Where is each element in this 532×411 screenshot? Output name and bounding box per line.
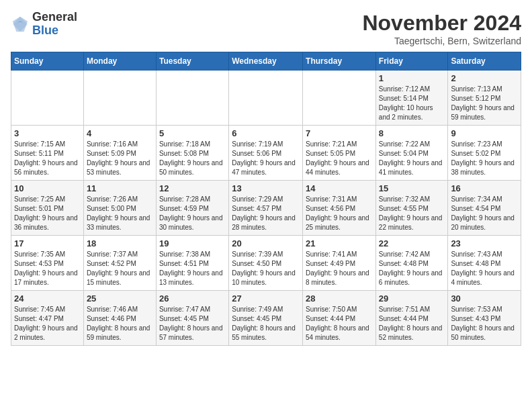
day-info: Sunrise: 7:21 AM Sunset: 5:05 PM Dayligh… — [306, 140, 373, 177]
day-number: 7 — [306, 128, 373, 138]
calendar-cell: 9Sunrise: 7:23 AM Sunset: 5:02 PM Daylig… — [448, 126, 521, 181]
day-header-monday: Monday — [83, 52, 156, 71]
day-info: Sunrise: 7:12 AM Sunset: 5:14 PM Dayligh… — [379, 85, 445, 122]
day-number: 6 — [232, 128, 300, 138]
week-row-4: 17Sunrise: 7:35 AM Sunset: 4:53 PM Dayli… — [11, 236, 521, 291]
calendar-cell: 12Sunrise: 7:28 AM Sunset: 4:59 PM Dayli… — [156, 181, 228, 236]
calendar-cell: 4Sunrise: 7:16 AM Sunset: 5:09 PM Daylig… — [83, 126, 156, 181]
day-info: Sunrise: 7:19 AM Sunset: 5:06 PM Dayligh… — [232, 140, 300, 177]
day-number: 20 — [232, 238, 300, 248]
day-info: Sunrise: 7:43 AM Sunset: 4:48 PM Dayligh… — [451, 250, 518, 287]
logo-icon — [11, 15, 30, 34]
calendar-cell: 1Sunrise: 7:12 AM Sunset: 5:14 PM Daylig… — [375, 71, 448, 126]
header-row: SundayMondayTuesdayWednesdayThursdayFrid… — [11, 52, 521, 71]
calendar-cell: 27Sunrise: 7:49 AM Sunset: 4:45 PM Dayli… — [229, 291, 303, 346]
location: Taegertschi, Bern, Switzerland — [362, 36, 521, 46]
day-number: 9 — [451, 128, 518, 138]
calendar-cell: 18Sunrise: 7:37 AM Sunset: 4:52 PM Dayli… — [83, 236, 156, 291]
calendar-cell: 5Sunrise: 7:18 AM Sunset: 5:08 PM Daylig… — [156, 126, 228, 181]
day-info: Sunrise: 7:31 AM Sunset: 4:56 PM Dayligh… — [306, 195, 373, 232]
calendar-cell: 13Sunrise: 7:29 AM Sunset: 4:57 PM Dayli… — [229, 181, 303, 236]
calendar-cell — [156, 71, 228, 126]
day-info: Sunrise: 7:34 AM Sunset: 4:54 PM Dayligh… — [451, 195, 518, 232]
day-number: 12 — [159, 183, 226, 193]
logo-text: General Blue — [32, 11, 77, 38]
logo-general: General — [32, 10, 77, 24]
day-info: Sunrise: 7:50 AM Sunset: 4:44 PM Dayligh… — [306, 305, 373, 342]
day-info: Sunrise: 7:32 AM Sunset: 4:55 PM Dayligh… — [379, 195, 445, 232]
calendar-cell: 22Sunrise: 7:42 AM Sunset: 4:48 PM Dayli… — [375, 236, 448, 291]
day-info: Sunrise: 7:49 AM Sunset: 4:45 PM Dayligh… — [232, 305, 300, 342]
day-number: 30 — [451, 293, 518, 304]
day-info: Sunrise: 7:29 AM Sunset: 4:57 PM Dayligh… — [232, 195, 300, 232]
calendar-cell: 24Sunrise: 7:45 AM Sunset: 4:47 PM Dayli… — [11, 291, 84, 346]
calendar-cell: 2Sunrise: 7:13 AM Sunset: 5:12 PM Daylig… — [448, 71, 521, 126]
day-info: Sunrise: 7:45 AM Sunset: 4:47 PM Dayligh… — [14, 305, 81, 342]
calendar-cell: 6Sunrise: 7:19 AM Sunset: 5:06 PM Daylig… — [229, 126, 303, 181]
day-info: Sunrise: 7:16 AM Sunset: 5:09 PM Dayligh… — [87, 140, 153, 177]
day-info: Sunrise: 7:13 AM Sunset: 5:12 PM Dayligh… — [451, 85, 518, 122]
day-number: 21 — [306, 238, 373, 248]
day-number: 8 — [379, 128, 445, 138]
day-number: 16 — [451, 183, 518, 193]
calendar-cell: 29Sunrise: 7:51 AM Sunset: 4:44 PM Dayli… — [375, 291, 448, 346]
calendar-cell: 19Sunrise: 7:38 AM Sunset: 4:51 PM Dayli… — [156, 236, 228, 291]
day-info: Sunrise: 7:38 AM Sunset: 4:51 PM Dayligh… — [159, 250, 226, 287]
calendar-cell: 15Sunrise: 7:32 AM Sunset: 4:55 PM Dayli… — [375, 181, 448, 236]
calendar-cell: 20Sunrise: 7:39 AM Sunset: 4:50 PM Dayli… — [229, 236, 303, 291]
day-info: Sunrise: 7:51 AM Sunset: 4:44 PM Dayligh… — [379, 305, 445, 342]
day-header-friday: Friday — [375, 52, 448, 71]
calendar-cell: 7Sunrise: 7:21 AM Sunset: 5:05 PM Daylig… — [303, 126, 376, 181]
calendar-cell — [303, 71, 376, 126]
day-number: 11 — [87, 183, 153, 193]
calendar-cell: 8Sunrise: 7:22 AM Sunset: 5:04 PM Daylig… — [375, 126, 448, 181]
day-header-tuesday: Tuesday — [156, 52, 228, 71]
calendar-cell: 16Sunrise: 7:34 AM Sunset: 4:54 PM Dayli… — [448, 181, 521, 236]
week-row-2: 3Sunrise: 7:15 AM Sunset: 5:11 PM Daylig… — [11, 126, 521, 181]
day-number: 27 — [232, 293, 300, 304]
day-number: 13 — [232, 183, 300, 193]
day-header-thursday: Thursday — [303, 52, 376, 71]
day-number: 24 — [14, 293, 81, 304]
day-info: Sunrise: 7:46 AM Sunset: 4:46 PM Dayligh… — [87, 305, 153, 342]
day-number: 3 — [14, 128, 81, 138]
day-number: 25 — [87, 293, 153, 304]
calendar-cell: 3Sunrise: 7:15 AM Sunset: 5:11 PM Daylig… — [11, 126, 84, 181]
day-info: Sunrise: 7:47 AM Sunset: 4:45 PM Dayligh… — [159, 305, 226, 342]
header: General Blue November 2024 Taegertschi, … — [11, 11, 521, 46]
calendar-cell: 26Sunrise: 7:47 AM Sunset: 4:45 PM Dayli… — [156, 291, 228, 346]
calendar-cell: 10Sunrise: 7:25 AM Sunset: 5:01 PM Dayli… — [11, 181, 84, 236]
day-number: 26 — [159, 293, 226, 304]
day-header-saturday: Saturday — [448, 52, 521, 71]
day-number: 15 — [379, 183, 445, 193]
day-number: 1 — [379, 73, 445, 83]
day-info: Sunrise: 7:42 AM Sunset: 4:48 PM Dayligh… — [379, 250, 445, 287]
day-number: 28 — [306, 293, 373, 304]
day-number: 17 — [14, 238, 81, 248]
week-row-5: 24Sunrise: 7:45 AM Sunset: 4:47 PM Dayli… — [11, 291, 521, 346]
day-info: Sunrise: 7:28 AM Sunset: 4:59 PM Dayligh… — [159, 195, 226, 232]
calendar-cell — [229, 71, 303, 126]
calendar-table: SundayMondayTuesdayWednesdayThursdayFrid… — [11, 52, 521, 346]
day-number: 10 — [14, 183, 81, 193]
day-number: 18 — [87, 238, 153, 248]
day-info: Sunrise: 7:22 AM Sunset: 5:04 PM Dayligh… — [379, 140, 445, 177]
day-info: Sunrise: 7:39 AM Sunset: 4:50 PM Dayligh… — [232, 250, 300, 287]
calendar-cell: 25Sunrise: 7:46 AM Sunset: 4:46 PM Dayli… — [83, 291, 156, 346]
logo: General Blue — [11, 11, 77, 38]
calendar-cell: 30Sunrise: 7:53 AM Sunset: 4:43 PM Dayli… — [448, 291, 521, 346]
calendar-cell — [83, 71, 156, 126]
day-info: Sunrise: 7:35 AM Sunset: 4:53 PM Dayligh… — [14, 250, 81, 287]
logo-blue: Blue — [32, 24, 58, 37]
month-title: November 2024 — [362, 11, 521, 36]
calendar-cell: 21Sunrise: 7:41 AM Sunset: 4:49 PM Dayli… — [303, 236, 376, 291]
day-number: 19 — [159, 238, 226, 248]
day-info: Sunrise: 7:53 AM Sunset: 4:43 PM Dayligh… — [451, 305, 518, 342]
day-header-wednesday: Wednesday — [229, 52, 303, 71]
title-area: November 2024 Taegertschi, Bern, Switzer… — [362, 11, 521, 46]
calendar-cell: 11Sunrise: 7:26 AM Sunset: 5:00 PM Dayli… — [83, 181, 156, 236]
day-info: Sunrise: 7:26 AM Sunset: 5:00 PM Dayligh… — [87, 195, 153, 232]
svg-marker-1 — [13, 17, 28, 32]
day-info: Sunrise: 7:15 AM Sunset: 5:11 PM Dayligh… — [14, 140, 81, 177]
day-info: Sunrise: 7:18 AM Sunset: 5:08 PM Dayligh… — [159, 140, 226, 177]
